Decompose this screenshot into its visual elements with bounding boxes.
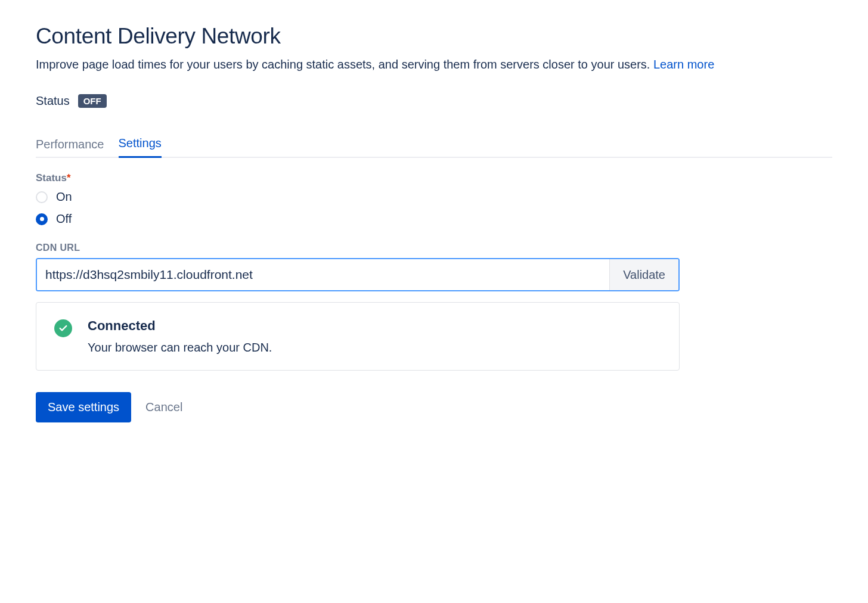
- radio-option-on[interactable]: On: [36, 190, 832, 204]
- settings-form: Status* On Off CDN URL Validate Connecte…: [36, 172, 832, 422]
- status-row: Status OFF: [36, 94, 832, 108]
- radio-on-label: On: [56, 190, 72, 204]
- tabs: Performance Settings: [36, 136, 832, 158]
- cdn-url-label: CDN URL: [36, 243, 832, 253]
- status-radio-group: On Off: [36, 190, 832, 226]
- message-title: Connected: [88, 318, 661, 334]
- page-title: Content Delivery Network: [36, 24, 832, 49]
- status-field-label-text: Status: [36, 172, 67, 184]
- cdn-url-input[interactable]: [37, 259, 609, 290]
- action-buttons: Save settings Cancel: [36, 392, 832, 422]
- description-text: Improve page load times for your users b…: [36, 58, 653, 71]
- connection-message: Connected Your browser can reach your CD…: [36, 302, 680, 371]
- radio-off-label: Off: [56, 212, 72, 226]
- learn-more-link[interactable]: Learn more: [653, 58, 714, 71]
- tab-settings[interactable]: Settings: [119, 136, 162, 158]
- radio-on[interactable]: [36, 191, 48, 203]
- status-field-label: Status*: [36, 172, 832, 184]
- cancel-button[interactable]: Cancel: [145, 400, 182, 414]
- check-circle-icon: [54, 319, 72, 337]
- cdn-url-input-wrapper: Validate: [36, 258, 680, 291]
- radio-off[interactable]: [36, 213, 48, 225]
- save-button[interactable]: Save settings: [36, 392, 131, 422]
- message-text: Your browser can reach your CDN.: [88, 341, 661, 355]
- radio-option-off[interactable]: Off: [36, 212, 832, 226]
- status-badge: OFF: [78, 94, 107, 108]
- message-content: Connected Your browser can reach your CD…: [88, 318, 661, 355]
- page-description: Improve page load times for your users b…: [36, 56, 832, 73]
- tab-performance[interactable]: Performance: [36, 136, 104, 158]
- required-mark: *: [67, 172, 71, 184]
- validate-button[interactable]: Validate: [609, 259, 678, 290]
- status-label: Status: [36, 94, 70, 108]
